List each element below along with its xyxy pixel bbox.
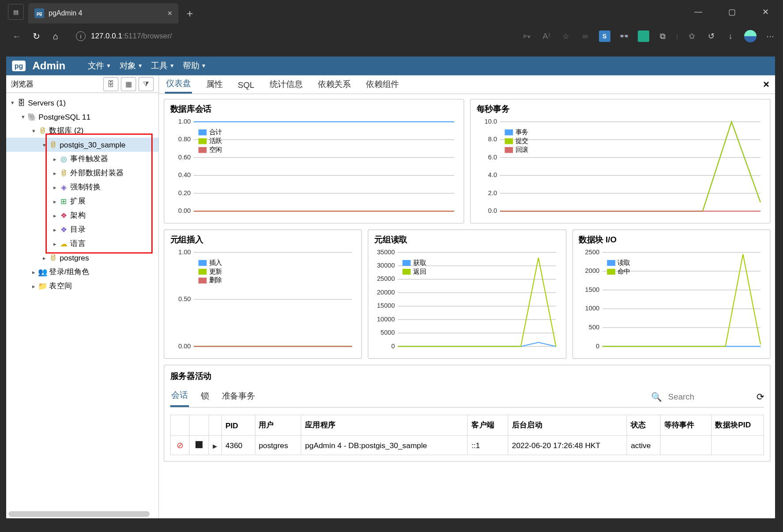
terminate-icon[interactable]: ⊘: [177, 441, 184, 450]
tree-db-postgres[interactable]: postgres: [60, 253, 89, 262]
tree-catalogs[interactable]: 目录: [70, 224, 86, 235]
tablespace-icon: 📁: [38, 281, 47, 290]
tree-tablespaces[interactable]: 表空间: [49, 280, 72, 291]
address-bar[interactable]: i 127.0.0.1:5117/browser/: [70, 27, 517, 45]
site-info-icon[interactable]: i: [76, 31, 86, 41]
col-user: 用户: [255, 415, 301, 436]
menu-file[interactable]: 文件 ▼: [88, 60, 111, 71]
activity-tab-locks[interactable]: 锁: [200, 387, 210, 406]
svg-text:0.80: 0.80: [178, 136, 191, 143]
server-activity-title: 服务器活动: [170, 371, 764, 382]
activity-table: PID 用户 应用程序 客户端 后台启动 状态 等待事件 数据块PID: [170, 415, 764, 455]
svg-text:0: 0: [392, 343, 395, 350]
home-button[interactable]: ⌂: [46, 27, 65, 45]
menu-tools[interactable]: 工具 ▼: [151, 60, 174, 71]
browser-tab[interactable]: pg pgAdmin 4 ×: [28, 3, 178, 23]
close-panel-icon[interactable]: ×: [763, 78, 769, 91]
tree-db-sample[interactable]: postgis_30_sample: [60, 140, 125, 149]
menu-object[interactable]: 对象 ▼: [120, 60, 143, 71]
window-close-button[interactable]: ✕: [757, 7, 774, 17]
favorites-bar-icon[interactable]: ✩: [686, 30, 697, 42]
tree-schemas[interactable]: 架构: [70, 210, 86, 221]
extension-icon: ⊞: [59, 197, 68, 206]
col-wait: 等待事件: [660, 415, 711, 436]
svg-text:10000: 10000: [377, 316, 395, 323]
tree-languages[interactable]: 语言: [70, 238, 86, 249]
tree-extensions[interactable]: 扩展: [70, 196, 86, 207]
search-icon[interactable]: 🔍: [651, 392, 662, 402]
activity-tab-sessions[interactable]: 会话: [170, 386, 189, 407]
activity-search-input[interactable]: [668, 392, 750, 401]
cancel-query-icon[interactable]: [196, 441, 203, 448]
refresh-button[interactable]: ↻: [26, 27, 46, 45]
tree-postgresql[interactable]: PostgreSQL 11: [38, 112, 90, 121]
svg-text:1000: 1000: [585, 305, 599, 312]
activity-tab-prepared[interactable]: 准备事务: [221, 387, 256, 406]
tab-sql[interactable]: SQL: [237, 77, 256, 92]
chart-block-io: 数据块 I/O 读取 命中 05001000150020002500: [572, 230, 770, 359]
elephant-icon: 🐘: [27, 112, 37, 121]
cell-pid: 4360: [222, 435, 255, 455]
tab-dashboard[interactable]: 仪表盘: [165, 75, 192, 94]
window-maximize-button[interactable]: ▢: [723, 7, 741, 17]
menu-help[interactable]: 帮助 ▼: [183, 60, 206, 71]
tree-databases[interactable]: 数据库 (2): [49, 125, 83, 136]
profile-avatar[interactable]: [744, 30, 757, 42]
tree-fdw[interactable]: 外部数据封装器: [70, 168, 124, 178]
event-trigger-icon: ◎: [59, 155, 68, 163]
tab-actions-icon[interactable]: ▤: [8, 4, 24, 20]
sidebar-tool-filter-icon[interactable]: ⧩: [139, 77, 154, 91]
read-aloud-icon[interactable]: A⁾: [541, 30, 552, 42]
cell-client: ::1: [468, 435, 508, 455]
history-icon[interactable]: ↺: [705, 30, 717, 42]
tree-event-triggers[interactable]: 事件触发器: [70, 154, 109, 164]
databases-icon: 🛢: [38, 126, 47, 135]
downloads-icon[interactable]: ↓: [725, 30, 736, 42]
svg-text:10.0: 10.0: [485, 118, 497, 125]
extension-icon-4[interactable]: [638, 30, 649, 42]
chart-tuples-in: 元组插入 插入 更新 删除 0.000.501.00: [164, 230, 362, 359]
extension-icon-3[interactable]: 👓: [618, 30, 630, 42]
database-icon: 🛢: [49, 253, 58, 262]
back-button[interactable]: ←: [7, 27, 26, 45]
svg-text:6.0: 6.0: [488, 154, 497, 161]
svg-text:1.00: 1.00: [178, 249, 191, 256]
cell-user: postgres: [255, 435, 301, 455]
svg-text:1.00: 1.00: [178, 118, 191, 125]
svg-text:25000: 25000: [377, 275, 395, 282]
close-tab-icon[interactable]: ×: [167, 9, 172, 18]
window-minimize-button[interactable]: —: [689, 7, 707, 17]
extensions-menu-icon[interactable]: ⧉: [657, 30, 669, 42]
object-tree[interactable]: ▾🗄Servers (1) ▾🐘PostgreSQL 11 ▾🛢数据库 (2) …: [6, 93, 158, 295]
settings-menu-icon[interactable]: ⋯: [764, 30, 776, 42]
tree-servers[interactable]: Servers (1): [28, 98, 66, 107]
browser-panel-title: 浏览器: [11, 79, 101, 89]
tab-title: pgAdmin 4: [49, 9, 163, 17]
activity-refresh-icon[interactable]: ⟳: [757, 391, 764, 402]
favorite-icon[interactable]: ☆: [560, 30, 572, 42]
horizontal-scrollbar[interactable]: [8, 511, 150, 517]
tab-statistics[interactable]: 统计信息: [268, 76, 304, 93]
schema-icon: ❖: [59, 211, 68, 220]
extension-icon-1[interactable]: ∞: [580, 30, 591, 42]
svg-text:35000: 35000: [377, 249, 395, 256]
new-tab-button[interactable]: ＋: [184, 6, 195, 20]
svg-text:15000: 15000: [377, 302, 395, 309]
chart-title: 元组插入: [170, 235, 356, 245]
database-icon: 🛢: [49, 140, 58, 149]
sidebar-tool-grid-icon[interactable]: ▦: [121, 77, 136, 91]
cast-icon: ◈: [59, 183, 68, 192]
sidebar-tool-query-icon[interactable]: 🗄: [103, 77, 119, 91]
tab-dependencies[interactable]: 依赖关系: [316, 76, 352, 93]
pgadmin-favicon: pg: [34, 8, 44, 18]
url-path: :5117/browser/: [122, 32, 172, 41]
password-icon[interactable]: 🗝: [521, 30, 533, 42]
svg-text:0.40: 0.40: [178, 171, 191, 178]
tab-properties[interactable]: 属性: [205, 76, 224, 93]
extension-icon-2[interactable]: S: [599, 30, 610, 42]
expand-row-icon[interactable]: ▶: [213, 442, 218, 449]
tree-casts[interactable]: 强制转换: [70, 182, 101, 192]
tree-login-roles[interactable]: 登录/组角色: [49, 267, 89, 277]
svg-text:1500: 1500: [585, 286, 599, 293]
tab-dependents[interactable]: 依赖组件: [365, 76, 400, 93]
